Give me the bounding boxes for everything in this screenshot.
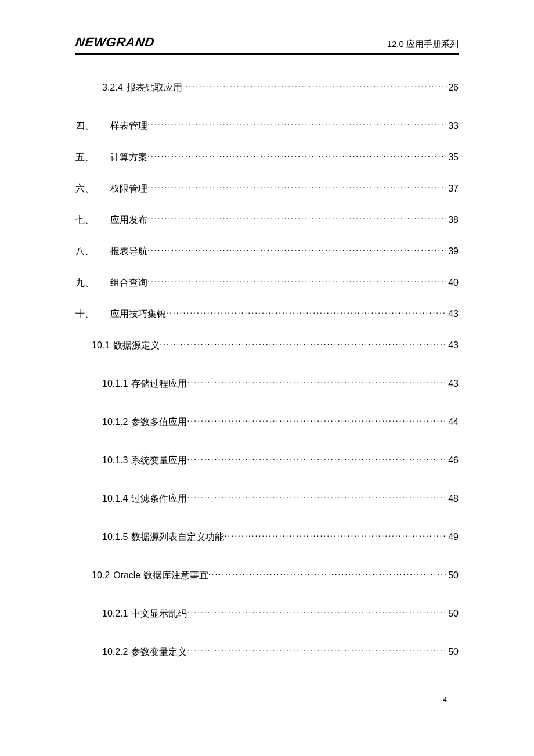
toc-entry: 10.2.1中文显示乱码50 xyxy=(102,607,459,621)
toc-title: 数据源列表自定义功能 xyxy=(131,530,224,544)
toc-page: 40 xyxy=(447,276,459,290)
toc-title: 权限管理 xyxy=(110,182,147,196)
toc-title: 组合查询 xyxy=(110,276,147,290)
toc-page: 50 xyxy=(447,607,459,621)
toc-number: 10.2.2 xyxy=(102,645,128,659)
toc-entry: 五、计算方案35 xyxy=(75,150,459,164)
toc-title: 数据源定义 xyxy=(113,339,160,352)
toc-prefix: 八、 xyxy=(75,244,110,258)
toc-prefix: 九、 xyxy=(75,276,110,290)
toc-leader-dots xyxy=(224,531,447,540)
toc-prefix: 五、 xyxy=(75,150,110,164)
toc-entry: 10.1.4过滤条件应用48 xyxy=(102,492,459,506)
toc-page: 35 xyxy=(447,150,459,164)
toc-title: 系统变量应用 xyxy=(131,453,187,467)
toc-page: 46 xyxy=(447,453,459,467)
toc-title: 过滤条件应用 xyxy=(131,492,187,506)
toc-leader-dots xyxy=(187,377,447,387)
toc-prefix: 六、 xyxy=(75,182,110,196)
logo: NEWGRAND xyxy=(74,35,156,50)
toc-entry: 九、组合查询40 xyxy=(75,276,459,290)
toc-leader-dots xyxy=(147,276,447,286)
toc-leader-dots xyxy=(166,308,447,317)
toc-title: 报表导航 xyxy=(110,244,147,258)
toc-leader-dots xyxy=(160,339,447,348)
toc-page: 37 xyxy=(447,182,459,196)
toc-leader-dots xyxy=(187,646,447,655)
toc-entry: 10.2Oracle 数据库注意事宜50 xyxy=(92,568,459,582)
toc-entry: 3.2.4报表钻取应用26 xyxy=(102,81,459,95)
toc-title: 应用发布 xyxy=(110,213,147,227)
header-subtitle: 12.0 应用手册系列 xyxy=(387,39,459,50)
toc-leader-dots xyxy=(187,607,447,617)
toc-page: 48 xyxy=(447,492,459,506)
toc-leader-dots xyxy=(182,81,448,91)
toc-entry: 10.1.2参数多值应用44 xyxy=(102,415,459,429)
toc-page: 49 xyxy=(447,530,459,544)
toc-entry: 六、权限管理37 xyxy=(75,182,459,196)
toc-number: 10.1 xyxy=(92,339,110,352)
toc-leader-dots xyxy=(147,245,447,254)
toc-entry: 四、样表管理33 xyxy=(75,119,459,133)
page-header: NEWGRAND 12.0 应用手册系列 xyxy=(75,35,459,55)
toc-number: 10.1.5 xyxy=(102,530,128,544)
toc-title: Oracle 数据库注意事宜 xyxy=(113,568,208,582)
toc-number: 10.2 xyxy=(92,568,110,582)
toc-page: 50 xyxy=(447,645,459,659)
toc-number: 10.1.4 xyxy=(102,492,128,506)
toc-number: 10.1.3 xyxy=(102,453,128,467)
toc-number: 10.1.2 xyxy=(102,415,128,429)
toc-prefix: 七、 xyxy=(75,213,110,227)
toc-page: 43 xyxy=(447,307,459,321)
toc-title: 存储过程应用 xyxy=(131,377,187,391)
toc-page: 50 xyxy=(447,568,459,582)
toc-page: 38 xyxy=(447,213,459,227)
toc-entry: 10.1.1存储过程应用43 xyxy=(102,377,459,391)
toc-page: 26 xyxy=(447,81,459,95)
toc-title: 计算方案 xyxy=(110,150,147,164)
toc-title: 报表钻取应用 xyxy=(127,81,182,95)
toc-title: 中文显示乱码 xyxy=(131,607,187,621)
toc-leader-dots xyxy=(208,569,447,578)
toc-title: 参数多值应用 xyxy=(131,415,187,429)
page-number: 4 xyxy=(443,696,447,704)
toc-leader-dots xyxy=(147,182,447,192)
table-of-contents: 3.2.4报表钻取应用26四、样表管理33五、计算方案35六、权限管理37七、应… xyxy=(75,81,459,659)
toc-entry: 八、报表导航39 xyxy=(75,244,459,258)
toc-leader-dots xyxy=(147,214,447,223)
toc-page: 43 xyxy=(447,339,459,352)
toc-entry: 10.1.5数据源列表自定义功能49 xyxy=(102,530,459,544)
toc-entry: 10.1数据源定义43 xyxy=(92,339,459,352)
toc-page: 43 xyxy=(447,377,459,391)
toc-page: 39 xyxy=(447,244,459,258)
toc-leader-dots xyxy=(147,151,447,160)
toc-title: 应用技巧集锦 xyxy=(110,307,166,321)
toc-entry: 七、应用发布38 xyxy=(75,213,459,227)
toc-prefix: 四、 xyxy=(75,119,110,133)
toc-entry: 10.2.2参数变量定义50 xyxy=(102,645,459,659)
toc-entry: 十、应用技巧集锦43 xyxy=(75,307,459,321)
toc-leader-dots xyxy=(187,416,447,425)
toc-number: 3.2.4 xyxy=(102,81,123,95)
toc-leader-dots xyxy=(187,492,447,502)
toc-title: 样表管理 xyxy=(110,119,147,133)
toc-leader-dots xyxy=(187,454,447,463)
toc-page: 44 xyxy=(447,415,459,429)
toc-number: 10.2.1 xyxy=(102,607,128,621)
toc-leader-dots xyxy=(147,120,447,129)
toc-entry: 10.1.3系统变量应用46 xyxy=(102,453,459,467)
toc-page: 33 xyxy=(447,119,459,133)
toc-prefix: 十、 xyxy=(75,307,110,321)
toc-number: 10.1.1 xyxy=(102,377,128,391)
toc-title: 参数变量定义 xyxy=(131,645,187,659)
